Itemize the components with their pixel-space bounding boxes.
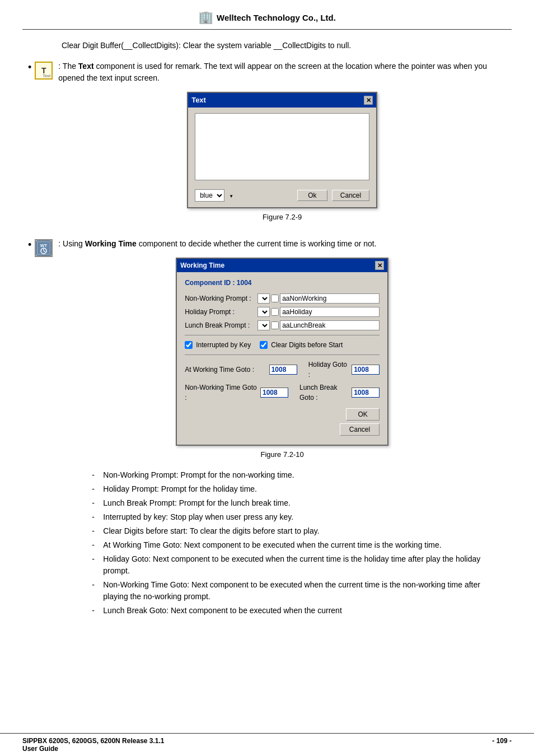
non-working-time-goto-input[interactable] [260, 388, 288, 398]
lunch-break-goto-input[interactable] [352, 388, 380, 398]
wt-dialog-title: Working Time [180, 260, 224, 270]
logo-icon: 🏢 [198, 10, 213, 25]
text-dialog-titlebar: Text ✕ [188, 93, 376, 108]
lunch-break-goto-label: Lunch Break Goto : [299, 382, 348, 403]
lunch-break-prompt-dropdown[interactable]: v [257, 320, 270, 330]
non-working-prompt-input[interactable] [280, 293, 380, 304]
working-goto-row: At Working Time Goto : Holiday Goto : [185, 360, 380, 380]
holiday-prompt-input[interactable] [280, 307, 380, 317]
wt-dialog-wrapper: Working Time ✕ Component ID : 1004 Non-W… [58, 258, 506, 446]
holiday-prompt-row: Holiday Prompt : v [185, 307, 380, 317]
bullet-dot-wt: • [28, 239, 31, 251]
holiday-goto-label: Holiday Goto : [308, 360, 349, 380]
non-working-time-goto-label: Non-Working Time Goto : [185, 382, 260, 403]
wt-bullet-section: • WT : Using Working Time component to d… [28, 238, 506, 622]
intro-text: Clear Digit Buffer(__CollectDigits): Cle… [28, 40, 506, 52]
bullet-dot: • [28, 62, 31, 73]
wt-button-area: OK Cancel [185, 408, 380, 439]
lunch-break-prompt-input[interactable] [280, 320, 380, 330]
page-header: 🏢 Welltech Technology Co., Ltd. [22, 6, 512, 30]
text-dialog-color-select[interactable]: blue [195, 189, 224, 202]
text-dialog-wrapper: Text ✕ blue Ok [58, 92, 506, 208]
list-item: Non-Working Prompt: Prompt for the non-w… [92, 469, 506, 481]
wt-dialog-body: Component ID : 1004 Non-Working Prompt :… [177, 272, 387, 445]
dialog-divider2 [185, 354, 380, 355]
color-dropdown-arrow [229, 189, 233, 201]
wt-cancel-button[interactable]: Cancel [340, 423, 380, 436]
interrupted-by-key-label: Interrupted by Key [196, 340, 251, 350]
wt-icon-svg: WT [36, 240, 51, 256]
page-footer: SIPPBX 6200S, 6200GS, 6200N Release 3.1.… [0, 733, 534, 756]
company-name: Welltech Technology Co., Ltd. [217, 13, 336, 22]
text-dialog-cancel-button[interactable]: Cancel [332, 190, 369, 201]
svg-line-4 [44, 251, 45, 252]
wt-dialog-close-button[interactable]: ✕ [375, 261, 384, 270]
list-item: Lunch Break Goto: Next component to be e… [92, 605, 506, 617]
text-dialog: Text ✕ blue Ok [187, 92, 377, 208]
list-item: Holiday Prompt: Prompt for the holiday t… [92, 483, 506, 495]
text-bullet-section: • T Text : The Text component is used fo… [28, 60, 506, 231]
svg-text:WT: WT [40, 243, 48, 248]
text-dialog-title: Text [191, 95, 206, 106]
interrupted-by-key-item: Interrupted by Key [185, 340, 251, 350]
footer-page: - 109 - [492, 737, 512, 753]
footer-product: SIPPBX 6200S, 6200GS, 6200N Release 3.1.… [22, 737, 165, 745]
non-working-prompt-label: Non-Working Prompt : [185, 293, 257, 304]
lunch-break-prompt-label: Lunch Break Prompt : [185, 320, 257, 330]
wt-ok-button[interactable]: OK [346, 408, 380, 421]
holiday-prompt-dropdown[interactable]: v [257, 307, 270, 317]
clear-digits-item: Clear Digits before Start [260, 340, 343, 350]
figure2-caption: Figure 7.2-10 [58, 449, 506, 460]
lunch-break-prompt-checkbox[interactable] [271, 321, 279, 329]
checkbox-row: Interrupted by Key Clear Digits before S… [185, 340, 380, 350]
footer-guide: User Guide [22, 745, 165, 753]
interrupted-by-key-checkbox[interactable] [185, 341, 193, 349]
main-content: Clear Digit Buffer(__CollectDigits): Cle… [22, 40, 512, 622]
text-dialog-close-button[interactable]: ✕ [364, 96, 373, 105]
figure1-caption: Figure 7.2-9 [58, 212, 506, 223]
list-item: Clear Digits before start: To clear the … [92, 525, 506, 537]
non-working-goto-row: Non-Working Time Goto : Lunch Break Goto… [185, 382, 380, 403]
wt-dialog-titlebar: Working Time ✕ [177, 259, 387, 272]
at-working-time-goto-label: At Working Time Goto : [185, 365, 269, 375]
text-dialog-ok-button[interactable]: Ok [297, 190, 327, 201]
text-dialog-footer: blue Ok Cancel [195, 189, 369, 202]
holiday-prompt-checkbox[interactable] [271, 308, 279, 316]
footer-left: SIPPBX 6200S, 6200GS, 6200N Release 3.1.… [22, 737, 165, 753]
clear-digits-checkbox[interactable] [260, 341, 268, 349]
component-id-label: Component ID : 1004 [185, 278, 380, 288]
list-item: Lunch Break Prompt: Prompt for the lunch… [92, 497, 506, 509]
list-item: At Working Time Goto: Next component to … [92, 539, 506, 551]
text-dialog-textarea[interactable] [195, 113, 369, 180]
non-working-prompt-row: Non-Working Prompt : v [185, 293, 380, 304]
text-dialog-body: blue Ok Cancel [188, 108, 376, 207]
list-item: Non-Working Time Goto: Next component to… [92, 579, 506, 603]
wt-dialog: Working Time ✕ Component ID : 1004 Non-W… [176, 258, 388, 446]
clear-digits-label: Clear Digits before Start [271, 340, 343, 350]
description-list: Non-Working Prompt: Prompt for the non-w… [92, 469, 506, 617]
non-working-prompt-checkbox[interactable] [271, 295, 279, 302]
wt-bullet-content: : Using Working Time component to decide… [58, 238, 506, 622]
list-item: Holiday Goto: Next component to be execu… [92, 553, 506, 577]
dialog-divider1 [185, 335, 380, 335]
at-working-time-goto-input[interactable] [269, 365, 297, 375]
holiday-goto-input[interactable] [352, 365, 380, 375]
list-item: Interrupted by key: Stop play when user … [92, 511, 506, 523]
wt-component-icon: WT [35, 239, 53, 257]
svg-rect-0 [36, 241, 51, 255]
text-component-icon: T Text [35, 62, 53, 80]
non-working-prompt-dropdown[interactable]: v [257, 293, 270, 304]
svg-point-2 [41, 248, 46, 254]
lunch-break-prompt-row: Lunch Break Prompt : v [185, 320, 380, 330]
holiday-prompt-label: Holiday Prompt : [185, 307, 257, 317]
text-bullet-content: : The Text component is used for remark.… [58, 60, 506, 231]
company-logo: 🏢 Welltech Technology Co., Ltd. [198, 10, 336, 25]
